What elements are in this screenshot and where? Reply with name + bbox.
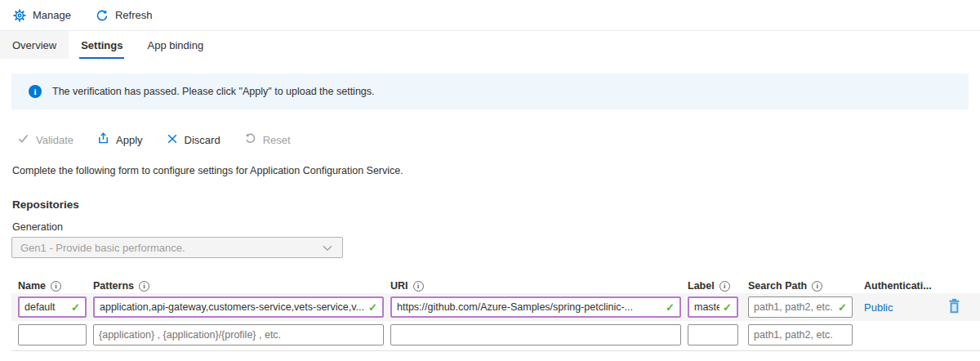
valid-check-icon: ✓ [71,301,80,314]
row1-label-input[interactable] [694,301,719,313]
header-search-path: Search Path i [748,280,853,292]
info-icon: i [29,85,42,98]
tab-settings-label: Settings [81,39,122,51]
apply-button[interactable]: Apply [97,132,143,147]
row1-search-path-input[interactable] [754,301,835,313]
row1-label-field[interactable]: ✓ [688,296,738,318]
refresh-icon [96,9,109,22]
info-icon[interactable]: i [413,281,424,292]
row2-uri-input[interactable] [396,329,675,341]
tab-app-binding[interactable]: App binding [135,31,216,59]
row1-uri-field[interactable]: ✓ [390,296,681,318]
row2-label-input[interactable] [693,329,733,341]
command-bar: Validate Apply Discard Reset [17,131,980,148]
delete-row-button[interactable] [946,298,962,316]
info-icon[interactable]: i [51,281,61,292]
info-icon[interactable]: i [139,281,149,292]
repo-table-header: Name i Patterns i URI i Label i Search P… [11,279,980,293]
valid-check-icon: ✓ [838,301,847,314]
info-icon[interactable]: i [719,281,730,292]
discard-button[interactable]: Discard [167,133,220,147]
row-separator [11,350,980,351]
chevron-down-icon [323,242,332,254]
upload-icon [97,132,109,147]
row1-uri-input[interactable] [397,301,662,313]
refresh-label: Refresh [115,9,153,21]
check-icon [17,132,29,147]
validate-label: Validate [36,134,74,146]
row1-patterns-input[interactable] [100,301,365,313]
row2-patterns-input[interactable] [99,329,378,341]
close-icon [167,133,178,147]
valid-check-icon: ✓ [368,301,377,314]
header-patterns: Patterns i [93,280,384,292]
header-label: Label i [688,280,738,292]
row2-label-field[interactable] [688,324,738,345]
valid-check-icon: ✓ [666,301,675,314]
row2-name-input[interactable] [24,329,81,341]
info-icon[interactable]: i [812,281,822,292]
row1-authentication-link[interactable]: Public [864,301,893,314]
header-name: Name i [18,280,87,292]
repositories-heading: Repositories [12,198,980,211]
apply-label: Apply [116,134,143,146]
form-description: Complete the following form to configure… [12,165,980,176]
discard-label: Discard [185,134,220,146]
row2-uri-field[interactable] [390,324,681,345]
refresh-button[interactable]: Refresh [96,9,153,22]
generation-label: Generation [12,221,980,233]
row1-name-input[interactable] [24,301,68,313]
row1-patterns-field[interactable]: ✓ [93,296,384,318]
row2-search-path-field[interactable] [748,324,853,345]
tab-app-binding-label: App binding [147,39,203,51]
table-row [11,321,980,349]
trash-icon [947,298,961,316]
row2-search-path-input[interactable] [754,329,847,341]
tab-settings[interactable]: Settings [69,31,135,59]
row1-search-path-field[interactable]: ✓ [748,296,853,318]
table-row: ✓ ✓ ✓ ✓ ✓ Public [11,293,980,321]
banner-text: The verification has passed. Please clic… [52,86,375,97]
generation-value: Gen1 - Provide basic performance. [20,242,323,254]
validate-button[interactable]: Validate [17,132,74,147]
tab-overview-label: Overview [12,39,56,51]
header-authentication: Authenticati... [864,280,932,292]
row2-name-field[interactable] [18,324,87,345]
row1-name-field[interactable]: ✓ [18,296,87,318]
valid-check-icon: ✓ [723,301,732,314]
undo-arrow-icon [244,132,256,147]
generation-dropdown[interactable]: Gen1 - Provide basic performance. [11,237,343,258]
header-uri: URI i [390,280,681,292]
reset-button[interactable]: Reset [244,132,291,147]
manage-button[interactable]: Manage [13,9,71,22]
gear-icon [13,9,26,22]
top-toolbar: Manage Refresh [0,0,980,31]
reset-label: Reset [263,134,291,146]
verification-banner: i The verification has passed. Please cl… [11,74,969,109]
tab-bar: Overview Settings App binding [0,31,980,59]
tab-overview[interactable]: Overview [0,31,69,59]
row2-patterns-field[interactable] [93,324,384,345]
manage-label: Manage [33,9,71,21]
